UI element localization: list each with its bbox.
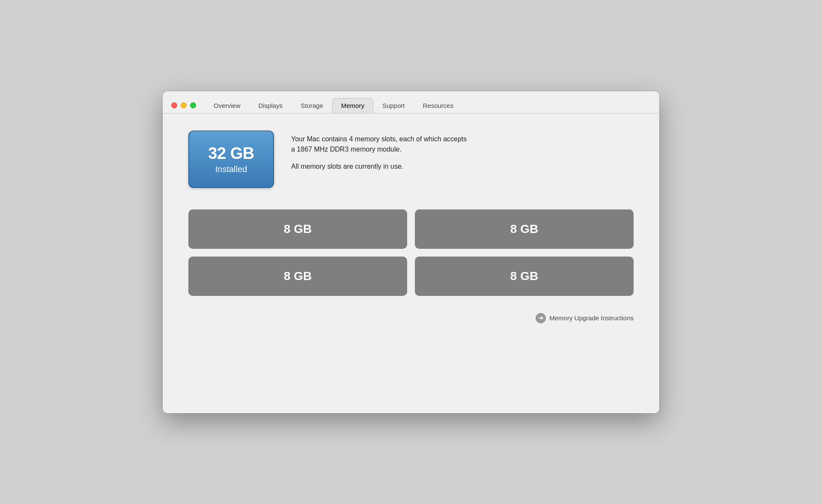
description-line1: Your Mac contains 4 memory slots, each o… — [291, 134, 467, 155]
memory-slots-grid: 8 GB 8 GB 8 GB 8 GB — [188, 209, 634, 296]
tab-resources[interactable]: Resources — [414, 98, 462, 113]
traffic-lights — [171, 102, 196, 108]
tab-bar: Overview Displays Storage Memory Support… — [205, 98, 651, 113]
maximize-button[interactable] — [190, 102, 196, 108]
description-text: Your Mac contains 4 memory slots, each o… — [291, 131, 467, 172]
titlebar: Overview Displays Storage Memory Support… — [163, 91, 659, 113]
memory-slot-3: 8 GB — [188, 256, 407, 296]
upgrade-link-label: Memory Upgrade Instructions — [549, 314, 634, 322]
installed-label: Installed — [206, 164, 256, 174]
minimize-button[interactable] — [181, 102, 187, 108]
tab-memory[interactable]: Memory — [332, 98, 373, 113]
tab-support[interactable]: Support — [373, 98, 414, 113]
memory-slot-1: 8 GB — [188, 209, 407, 249]
close-button[interactable] — [171, 102, 177, 108]
tab-overview[interactable]: Overview — [205, 98, 250, 113]
description-line3: All memory slots are currently in use. — [291, 161, 467, 172]
main-window: Overview Displays Storage Memory Support… — [163, 91, 659, 413]
memory-upgrade-link[interactable]: ➜ Memory Upgrade Instructions — [536, 313, 634, 323]
tab-storage[interactable]: Storage — [292, 98, 332, 113]
installed-badge: 32 GB Installed — [188, 131, 274, 188]
footer: ➜ Memory Upgrade Instructions — [188, 313, 634, 323]
installed-gb-value: 32 GB — [206, 144, 256, 163]
tab-displays[interactable]: Displays — [250, 98, 292, 113]
memory-slot-2: 8 GB — [415, 209, 634, 249]
memory-slot-4: 8 GB — [415, 256, 634, 296]
content-area: 32 GB Installed Your Mac contains 4 memo… — [163, 113, 659, 413]
top-section: 32 GB Installed Your Mac contains 4 memo… — [188, 131, 634, 188]
upgrade-icon: ➜ — [536, 313, 546, 323]
